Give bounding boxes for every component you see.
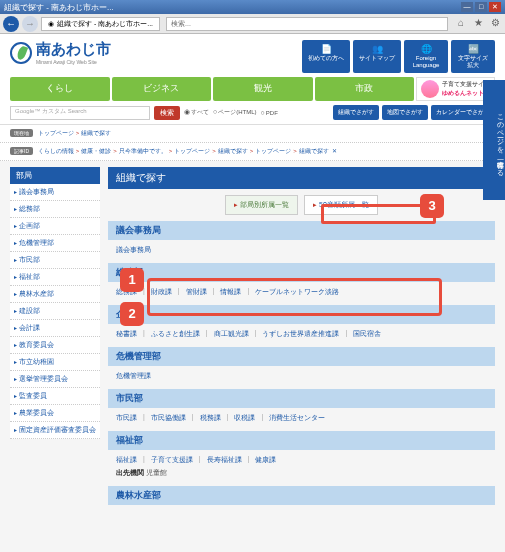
search-radio[interactable]: ページ(HTML) <box>213 108 257 117</box>
action-button[interactable]: 組織でさがす <box>333 105 379 120</box>
section-link[interactable]: 危機管理課 <box>116 371 151 381</box>
sidebar-item[interactable]: 福祉部 <box>10 269 100 286</box>
forward-button[interactable]: → <box>22 16 38 32</box>
search-input[interactable] <box>166 17 448 31</box>
section-link[interactable]: うずしお世界遺産推進課 <box>262 329 339 339</box>
callout-badge-2: 2 <box>120 302 144 326</box>
section-heading: 危機管理部 <box>108 347 495 366</box>
search-radio[interactable]: すべて <box>184 108 209 117</box>
section-link[interactable]: 健康課 <box>255 455 276 465</box>
nav-item[interactable]: くらし <box>10 77 110 101</box>
section-link[interactable]: ふるさと創生課 <box>151 329 200 339</box>
sidebar-item[interactable]: 市立幼稚園 <box>10 354 100 371</box>
section-link[interactable]: ケーブルネットワーク淡路 <box>255 287 339 297</box>
nav-item[interactable]: 観光 <box>213 77 313 101</box>
breadcrumb-link[interactable]: 健康・健診 <box>81 148 111 154</box>
header-button[interactable]: 🌐ForeignLanguage <box>404 40 448 73</box>
sidebar-item[interactable]: 総務部 <box>10 201 100 218</box>
section-link[interactable]: 福祉課 <box>116 455 137 465</box>
section-link[interactable]: 市民課 <box>116 413 137 423</box>
page-title: 組織で探す <box>108 167 495 189</box>
search-button[interactable]: 検索 <box>154 106 180 120</box>
nav-item[interactable]: ビジネス <box>112 77 212 101</box>
favorite-icon[interactable]: ★ <box>471 17 485 31</box>
logo-subtitle: Minami Awaji City Web Site <box>36 59 111 65</box>
section-heading: 福祉部 <box>108 431 495 450</box>
section-heading: 農林水産部 <box>108 486 495 505</box>
back-button[interactable]: ← <box>3 16 19 32</box>
breadcrumb-tag: 現在地 <box>10 129 33 137</box>
search-radio[interactable]: PDF <box>261 109 278 116</box>
breadcrumb-tag: 記事ID <box>10 147 33 155</box>
filter-button[interactable]: 50音順所属一覧 <box>304 195 378 215</box>
sidebar-item[interactable]: 市民部 <box>10 252 100 269</box>
breadcrumb-1: 現在地 トップページ>組織で探す <box>0 125 505 143</box>
section-link[interactable]: 市民協働課 <box>151 413 186 423</box>
breadcrumb-link[interactable]: 組織で探す <box>218 148 248 154</box>
section-body: 秘書課|ふるさと創生課|商工観光課|うずしお世界遺産推進課|国民宿舎 <box>108 327 495 347</box>
filter-button[interactable]: 部局別所属一覧 <box>225 195 298 215</box>
breadcrumb-link[interactable]: 只今準備中です。 <box>119 148 167 154</box>
sidebar-item[interactable]: 農林水産部 <box>10 286 100 303</box>
browser-tab[interactable]: ◉ 組織で探す - 南あわじ市ホー... <box>41 17 160 31</box>
sidebar-item[interactable]: 危機管理部 <box>10 235 100 252</box>
sidebar-item[interactable]: 固定資産評価審査委員会 <box>10 422 100 439</box>
section-body: 総務課|財政課|管財課|情報課|ケーブルネットワーク淡路 <box>108 285 495 305</box>
window-controls: — □ ✕ <box>461 2 501 12</box>
sidebar-item[interactable]: 教育委員会 <box>10 337 100 354</box>
main-content: 組織で探す 部局別所属一覧50音順所属一覧 議会事務局議会事務局総務部総務課|財… <box>108 167 495 518</box>
section-heading: 市民部 <box>108 389 495 408</box>
sidebar-item[interactable]: 選挙管理委員会 <box>10 371 100 388</box>
breadcrumb-link[interactable]: トップページ <box>174 148 210 154</box>
logo-text: 南あわじ市 <box>36 40 111 57</box>
section-link[interactable]: 子育て支援課 <box>151 455 193 465</box>
section-link[interactable]: 商工観光課 <box>214 329 249 339</box>
sub-link[interactable]: 児童館 <box>146 469 167 476</box>
action-button[interactable]: 地図でさがす <box>382 105 428 120</box>
breadcrumb-link[interactable]: トップページ <box>255 148 291 154</box>
site-logo[interactable]: 南あわじ市 Minami Awaji City Web Site <box>10 40 111 65</box>
home-icon[interactable]: ⌂ <box>454 17 468 31</box>
header-button[interactable]: 👥サイトマップ <box>353 40 401 73</box>
browser-toolbar: ← → ◉ 組織で探す - 南あわじ市ホー... ⌂ ★ ⚙ <box>0 14 505 34</box>
section-heading: 議会事務局 <box>108 221 495 240</box>
section-link[interactable]: 管財課 <box>186 287 207 297</box>
window-title: 組織で探す - 南あわじ市ホー... <box>4 2 114 13</box>
sidebar-item[interactable]: 議会事務局 <box>10 184 100 201</box>
section-link[interactable]: 収税課 <box>234 413 255 423</box>
section-body: 市民課|市民協働課|税務課|収税課|消費生活センター <box>108 411 495 431</box>
breadcrumb-2: 記事ID くらしの情報>健康・健診>只今準備中です。>トップページ>組織で探す>… <box>0 143 505 161</box>
section-link[interactable]: 議会事務局 <box>116 245 151 255</box>
section-link[interactable]: 消費生活センター <box>269 413 325 423</box>
site-search-input[interactable]: Google™ カスタム Search <box>10 106 150 120</box>
section-link[interactable]: 長寿福祉課 <box>207 455 242 465</box>
sidebar-item[interactable]: 農業委員会 <box>10 405 100 422</box>
fixed-side-tab[interactable]: このページを 一時保存する <box>483 80 505 200</box>
sidebar: 部局 議会事務局総務部企画部危機管理部市民部福祉部農林水産部建設部会計課教育委員… <box>10 167 100 518</box>
section-link[interactable]: 国民宿舎 <box>353 329 381 339</box>
tab-favicon: ◉ <box>48 20 54 28</box>
callout-badge-3: 3 <box>420 194 444 218</box>
sidebar-item[interactable]: 企画部 <box>10 218 100 235</box>
breadcrumb-link[interactable]: くらしの情報 <box>38 148 74 154</box>
sidebar-item[interactable]: 会計課 <box>10 320 100 337</box>
gear-icon[interactable]: ⚙ <box>488 17 502 31</box>
section-body: 危機管理課 <box>108 369 495 389</box>
callout-badge-1: 1 <box>120 268 144 292</box>
header-button[interactable]: 🔤文字サイズ拡大 <box>451 40 495 73</box>
sidebar-item[interactable]: 建設部 <box>10 303 100 320</box>
section-link[interactable]: 情報課 <box>220 287 241 297</box>
breadcrumb-link[interactable]: 組織で探す <box>81 130 111 136</box>
breadcrumb-link[interactable]: トップページ <box>38 130 74 136</box>
close-button[interactable]: ✕ <box>489 2 501 12</box>
section-link[interactable]: 財政課 <box>151 287 172 297</box>
nav-item[interactable]: 市政 <box>315 77 415 101</box>
section-link[interactable]: 税務課 <box>200 413 221 423</box>
section-link[interactable]: 秘書課 <box>116 329 137 339</box>
breadcrumb-link[interactable]: 組織で探す <box>299 148 329 154</box>
header-button[interactable]: 📄初めての方へ <box>302 40 350 73</box>
minimize-button[interactable]: — <box>461 2 473 12</box>
breadcrumb-close-icon[interactable]: ✕ <box>332 148 337 154</box>
sidebar-item[interactable]: 監査委員 <box>10 388 100 405</box>
maximize-button[interactable]: □ <box>475 2 487 12</box>
